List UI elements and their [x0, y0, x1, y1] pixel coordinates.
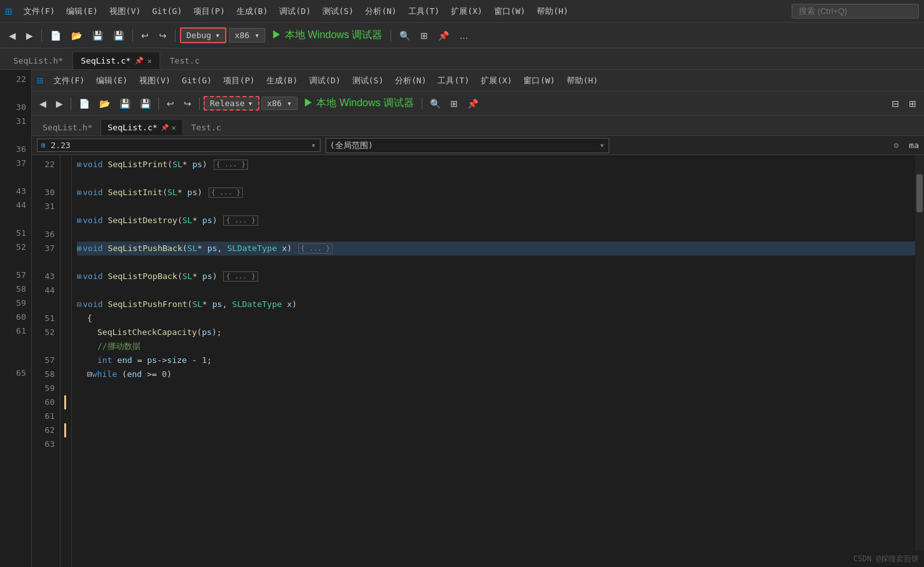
menu-project[interactable]: 项目(P)	[188, 3, 230, 20]
fn-seqlistinit: SeqListInit	[107, 186, 162, 200]
inner-undo-btn[interactable]: ↩	[163, 97, 178, 111]
save-all-btn[interactable]: 💾	[109, 29, 128, 43]
open-btn[interactable]: 📂	[67, 29, 86, 43]
code-line-52: ⊞ void SeqListPopBack ( SL* ps ) { ... }	[77, 270, 915, 284]
inner-run-button[interactable]: ▶ 本地 Windows 调试器	[300, 95, 418, 112]
pin-btn[interactable]: 📌	[434, 29, 453, 43]
menu-debug[interactable]: 调试(D)	[274, 3, 315, 20]
platform-arrow: ▾	[254, 31, 259, 40]
menu-extensions[interactable]: 扩展(X)	[446, 3, 487, 20]
collapse-icon-44[interactable]: ⊞	[77, 242, 81, 256]
inner-bookmark-btn[interactable]: ⊞	[446, 97, 462, 111]
menu-tools[interactable]: 工具(T)	[403, 3, 445, 20]
scroll-thumb[interactable]	[916, 174, 923, 212]
inner-menu-edit[interactable]: 编辑(E)	[91, 72, 132, 89]
menu-view[interactable]: 视图(V)	[104, 3, 146, 20]
inner-open-btn[interactable]: 📂	[95, 97, 114, 111]
forward-btn[interactable]: ▶	[22, 29, 37, 43]
inner-tab-c-label: SeqList.c*	[107, 123, 157, 132]
inner-menu-view[interactable]: 视图(V)	[134, 72, 176, 89]
inner-menu-test[interactable]: 测试(S)	[347, 72, 389, 89]
collapse-icon-52[interactable]: ⊞	[77, 270, 81, 284]
inner-menu-tools[interactable]: 工具(T)	[432, 72, 474, 89]
platform-dropdown[interactable]: x86 ▾	[229, 28, 265, 43]
vertical-scrollbar[interactable]	[915, 155, 924, 567]
more-btn[interactable]: …	[455, 29, 472, 43]
outer-tab-seqlistc[interactable]: SeqList.c* 📌 ✕	[72, 51, 160, 69]
inner-menu-debug[interactable]: 调试(D)	[304, 72, 345, 89]
inner-tab-testc[interactable]: Test.c	[184, 119, 228, 135]
inner-pin-btn[interactable]: 📌	[464, 97, 482, 111]
inner-save-btn[interactable]: 💾	[116, 97, 134, 111]
inner-save-all-btn[interactable]: 💾	[136, 97, 155, 111]
inner-forward-btn[interactable]: ▶	[52, 97, 67, 111]
inner-line-numbers: 22 30 31 36 37 43 44 51 52 57 58 59 60 6…	[32, 155, 60, 567]
inner-menu-build[interactable]: 生成(B)	[261, 72, 303, 89]
menu-help[interactable]: 帮助(H)	[532, 3, 573, 20]
symbol-scope-dropdown[interactable]: (全局范围) ▾	[326, 138, 609, 153]
collapse-icon-37[interactable]: ⊞	[77, 214, 81, 228]
debug-config-dropdown[interactable]: Debug ▾	[180, 27, 226, 43]
platform-label: x86	[235, 31, 249, 40]
outer-search-input[interactable]	[792, 4, 919, 18]
menu-window[interactable]: 窗口(W)	[489, 3, 530, 20]
inner-tab-seqlisth[interactable]: SeqList.h*	[36, 119, 99, 135]
collapse-body-44[interactable]: { ... }	[298, 243, 333, 254]
inner-more-btn3[interactable]: ⊞	[905, 97, 920, 111]
inner-back-btn[interactable]: ◀	[36, 97, 50, 111]
collapse-body-37[interactable]: { ... }	[223, 215, 258, 226]
file-scope-dropdown[interactable]: ⊞ 2.23 ▾	[37, 139, 321, 152]
inner-ln-60: 60	[32, 395, 55, 409]
save-btn[interactable]: 💾	[88, 29, 107, 43]
inner-platform-dropdown[interactable]: x86 ▾	[261, 97, 298, 110]
tab-close-btn[interactable]: ✕	[148, 57, 152, 65]
outer-ln-44: 44	[0, 198, 26, 212]
menu-build[interactable]: 生成(B)	[231, 3, 273, 20]
outer-tab-testc[interactable]: Test.c	[162, 51, 208, 69]
inner-menu-project[interactable]: 项目(P)	[218, 72, 259, 89]
fn-seqlistprint: SeqListPrint	[107, 158, 167, 172]
menu-test[interactable]: 测试(S)	[317, 3, 359, 20]
collapse-body-22[interactable]: { ... }	[214, 160, 248, 170]
kw-int-62: int	[97, 353, 112, 367]
inner-menu-help[interactable]: 帮助(H)	[562, 72, 603, 89]
menu-file[interactable]: 文件(F)	[18, 3, 60, 20]
release-config-dropdown[interactable]: Release ▾	[203, 96, 259, 111]
back-btn[interactable]: ◀	[5, 29, 20, 43]
kw-void-44: void	[83, 242, 102, 256]
inner-search-btn[interactable]: 🔍	[426, 97, 445, 111]
collapse-icon-22[interactable]: ⊞	[77, 158, 81, 172]
code-editor-lines[interactable]: ⊞ void SeqListPrint ( SL* ps ) { ... } ⊞…	[72, 155, 915, 567]
inner-redo-btn[interactable]: ↪	[180, 97, 195, 111]
redo-btn[interactable]: ↪	[155, 29, 170, 43]
inner-menu-git[interactable]: Git(G)	[177, 73, 217, 88]
expand-icon-63[interactable]: ⊟	[77, 367, 92, 381]
expand-icon-58[interactable]: ⊟	[77, 297, 81, 311]
inner-tab-close-btn[interactable]: ✕	[172, 123, 176, 132]
collapse-body-31[interactable]: { ... }	[209, 188, 243, 198]
inner-menu-ext[interactable]: 扩展(X)	[476, 72, 517, 89]
collapse-body-52[interactable]: { ... }	[223, 271, 258, 282]
inner-platform-arrow: ▾	[287, 99, 292, 108]
bookmark-btn[interactable]: ⊞	[417, 29, 432, 43]
menu-edit[interactable]: 编辑(E)	[61, 3, 102, 20]
undo-btn[interactable]: ↩	[137, 29, 153, 43]
inner-menu-window[interactable]: 窗口(W)	[518, 72, 560, 89]
inner-menu-file[interactable]: 文件(F)	[48, 72, 90, 89]
menu-analyze[interactable]: 分析(N)	[360, 3, 401, 20]
sep2	[132, 29, 133, 42]
gutter-59	[60, 381, 69, 395]
outer-ln-51: 51	[0, 226, 26, 240]
run-button[interactable]: ▶ 本地 Windows 调试器	[268, 27, 386, 44]
menu-git[interactable]: Git(G)	[147, 4, 187, 18]
collapse-icon-31[interactable]: ⊞	[77, 186, 81, 200]
inner-new-file-btn[interactable]: 📄	[75, 97, 93, 111]
inner-more-btn2[interactable]: ⊟	[888, 97, 903, 111]
search-toolbar-btn[interactable]: 🔍	[396, 29, 414, 43]
new-file-btn[interactable]: 📄	[46, 29, 65, 43]
inner-tab-seqlistc[interactable]: SeqList.c* 📌 ✕	[100, 119, 183, 135]
outer-tab-seqlisth[interactable]: SeqList.h*	[5, 51, 71, 69]
inner-ln-36: 36	[32, 228, 55, 242]
inner-menu-analyze[interactable]: 分析(N)	[390, 72, 431, 89]
scope-settings-icon[interactable]: ⚙	[894, 140, 899, 150]
